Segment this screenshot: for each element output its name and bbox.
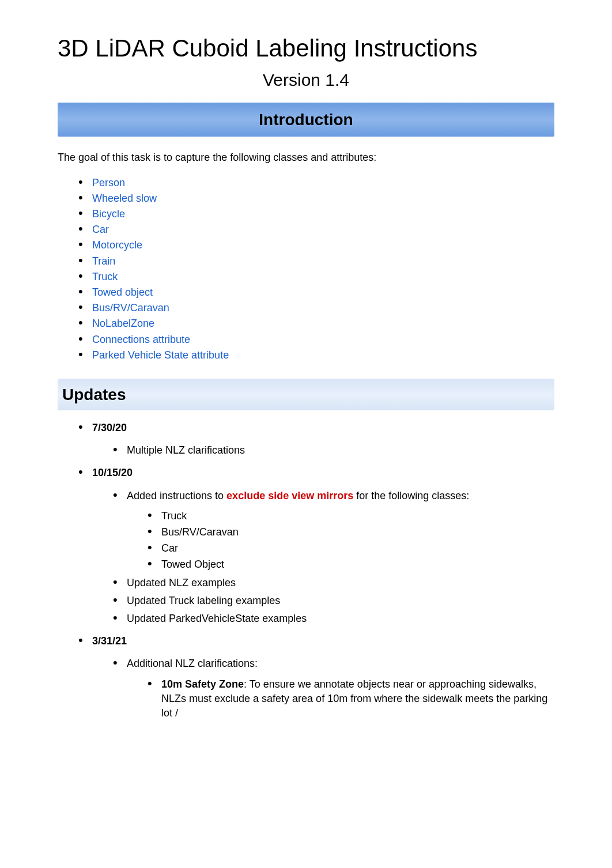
- update-item: Additional NLZ clarifications: 10m Safet…: [113, 656, 554, 720]
- update-items: Multiple NLZ clarifications: [113, 443, 554, 458]
- list-item: NoLabelZone: [78, 316, 554, 331]
- class-link-nolabelzone[interactable]: NoLabelZone: [92, 318, 154, 329]
- page-title: 3D LiDAR Cuboid Labeling Instructions: [58, 35, 554, 62]
- update-item: Added instructions to exclude side view …: [113, 489, 554, 572]
- list-item: Bus/RV/Caravan: [78, 301, 554, 315]
- class-link-motorcycle[interactable]: Motorcycle: [92, 239, 142, 251]
- list-item: Car: [78, 222, 554, 237]
- class-link-truck[interactable]: Truck: [92, 271, 118, 282]
- class-link-bicycle[interactable]: Bicycle: [92, 208, 125, 220]
- update-date: 7/30/20: [92, 422, 127, 433]
- sub-list: 10m Safety Zone: To ensure we annotate o…: [148, 677, 554, 721]
- update-entry: 10/15/20 Added instructions to exclude s…: [78, 466, 554, 626]
- update-item-text: Additional NLZ clarifications:: [127, 658, 258, 669]
- list-item: Motorcycle: [78, 238, 554, 252]
- updates-list: 7/30/20 Multiple NLZ clarifications 10/1…: [78, 421, 554, 720]
- list-item: Wheeled slow: [78, 191, 554, 206]
- bold-prefix: 10m Safety Zone: [161, 678, 244, 690]
- update-date: 10/15/20: [92, 467, 133, 478]
- update-item: Multiple NLZ clarifications: [113, 443, 554, 458]
- update-items: Added instructions to exclude side view …: [113, 489, 554, 627]
- class-link-train[interactable]: Train: [92, 255, 115, 267]
- update-entry: 3/31/21 Additional NLZ clarifications: 1…: [78, 634, 554, 720]
- sub-item: Truck: [148, 509, 554, 523]
- sub-list: Truck Bus/RV/Caravan Car Towed Object: [148, 509, 554, 572]
- update-items: Additional NLZ clarifications: 10m Safet…: [113, 656, 554, 720]
- version-label: Version 1.4: [58, 68, 554, 92]
- update-item: Updated NLZ examples: [113, 576, 554, 590]
- sub-item: 10m Safety Zone: To ensure we annotate o…: [148, 677, 554, 721]
- sub-item: Towed Object: [148, 557, 554, 572]
- list-item: Connections attribute: [78, 333, 554, 347]
- update-item-suffix: for the following classes:: [353, 490, 469, 501]
- sub-item: Car: [148, 541, 554, 556]
- class-link-car[interactable]: Car: [92, 224, 109, 235]
- class-list: Person Wheeled slow Bicycle Car Motorcyc…: [78, 176, 554, 363]
- list-item: Bicycle: [78, 207, 554, 221]
- update-item: Updated ParkedVehicleState examples: [113, 612, 554, 626]
- class-link-bus-rv-caravan[interactable]: Bus/RV/Caravan: [92, 302, 169, 314]
- introduction-heading: Introduction: [58, 103, 554, 137]
- list-item: Towed object: [78, 285, 554, 300]
- update-date: 3/31/21: [92, 635, 127, 647]
- class-link-connections-attribute[interactable]: Connections attribute: [92, 334, 190, 345]
- class-link-towed-object[interactable]: Towed object: [92, 286, 153, 298]
- introduction-text: The goal of this task is to capture the …: [58, 150, 554, 165]
- list-item: Parked Vehicle State attribute: [78, 348, 554, 363]
- update-item: Updated Truck labeling examples: [113, 594, 554, 608]
- highlight-text: exclude side view mirrors: [226, 490, 353, 501]
- list-item: Truck: [78, 270, 554, 284]
- class-link-parked-vehicle-state-attribute[interactable]: Parked Vehicle State attribute: [92, 349, 229, 361]
- class-link-wheeled-slow[interactable]: Wheeled slow: [92, 193, 157, 204]
- class-link-person[interactable]: Person: [92, 177, 125, 188]
- sub-item: Bus/RV/Caravan: [148, 525, 554, 539]
- list-item: Person: [78, 176, 554, 190]
- list-item: Train: [78, 254, 554, 269]
- updates-heading: Updates: [58, 379, 554, 410]
- update-item-prefix: Added instructions to: [127, 490, 226, 501]
- update-entry: 7/30/20 Multiple NLZ clarifications: [78, 421, 554, 458]
